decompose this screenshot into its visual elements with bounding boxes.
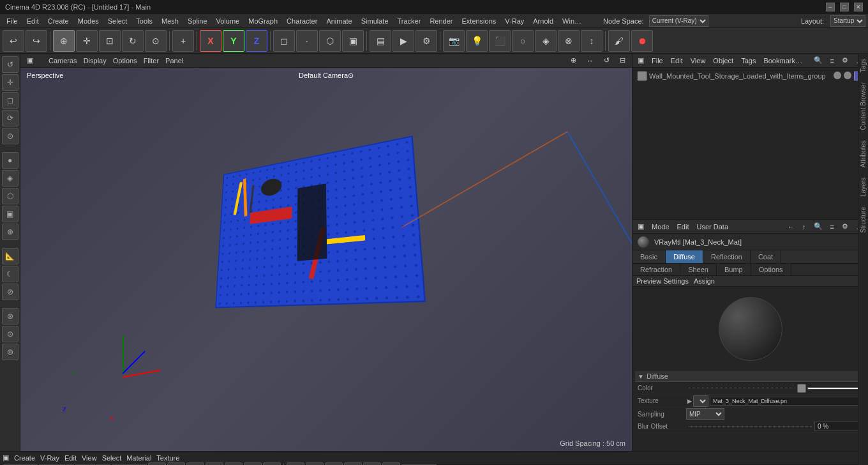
obj-menu-bookmark[interactable]: Bookmark… — [761, 56, 805, 65]
strip-tab-structure[interactable]: Structure — [858, 202, 868, 238]
texture-filename[interactable]: Mat_3_Neck_Mat_Diffuse.pn — [710, 397, 858, 406]
viewport-nav-1[interactable]: ⊕ — [568, 56, 579, 65]
subtab-refraction[interactable]: Refraction — [632, 264, 680, 275]
left-tool-14[interactable]: ⊛ — [2, 308, 19, 324]
nurbs-button[interactable]: ⊗ — [558, 30, 580, 52]
attr-settings-icon[interactable]: ⚙ — [839, 222, 851, 231]
node-space-select[interactable]: Current (V-Ray) — [649, 15, 708, 27]
left-tool-13[interactable]: ⊘ — [2, 284, 19, 300]
viewport-nav-2[interactable]: ↔ — [584, 56, 596, 65]
goto-end-button[interactable]: ⏭ — [263, 462, 281, 465]
menu-vray[interactable]: V-Ray — [501, 16, 528, 26]
menu-extensions[interactable]: Extensions — [458, 16, 500, 26]
attr-menu-mode[interactable]: Mode — [649, 222, 672, 231]
render-view-button[interactable]: ▶ — [393, 30, 414, 52]
axis-y-button[interactable]: Y — [223, 30, 244, 52]
attr-menu-edit[interactable]: Edit — [675, 222, 692, 231]
live-select-button[interactable]: ⊕ — [53, 30, 75, 52]
rotate-button[interactable]: ↻ — [122, 30, 144, 52]
color-value[interactable] — [807, 387, 858, 390]
menu-select[interactable]: Select — [104, 16, 131, 26]
obj-menu-view[interactable]: View — [688, 56, 708, 65]
left-tool-9[interactable]: ▣ — [2, 206, 19, 222]
tab-diffuse[interactable]: Diffuse — [666, 250, 703, 263]
preview-settings-btn[interactable]: Preview Settings — [636, 277, 689, 285]
texture-type-select[interactable]: ▼ — [693, 395, 708, 407]
menu-simulate[interactable]: Simulate — [357, 16, 393, 26]
left-tool-7[interactable]: ◈ — [2, 170, 19, 187]
strip-tab-tags[interactable]: Tags — [858, 54, 868, 77]
next-key-button[interactable]: ⏩ — [244, 462, 262, 465]
redo-button[interactable]: ↪ — [26, 30, 47, 52]
obj-settings-icon[interactable]: ⚙ — [839, 56, 851, 65]
axis-z-button[interactable]: Z — [246, 30, 267, 52]
menu-filter[interactable]: Filter — [141, 56, 161, 65]
loop-button[interactable]: ↺ — [363, 462, 381, 465]
left-tool-10[interactable]: ⊕ — [2, 224, 19, 240]
left-tool-1[interactable]: ↺ — [2, 56, 19, 73]
attr-nav-up[interactable]: ↑ — [800, 222, 809, 231]
mat-menu-edit[interactable]: Edit — [64, 454, 77, 462]
sampling-select[interactable]: MIP — [686, 408, 724, 420]
viewport-menu-icon[interactable]: ▣ — [24, 56, 36, 65]
render-settings-button[interactable]: ⚙ — [415, 30, 437, 52]
left-tool-8[interactable]: ⬡ — [2, 188, 19, 204]
goto-start-button[interactable]: ⏮ — [148, 462, 166, 465]
point-mode-button[interactable]: · — [296, 30, 318, 52]
mat-menu-texture[interactable]: Texture — [156, 454, 179, 462]
floor-button[interactable]: ⬛ — [489, 30, 511, 52]
autokey-button[interactable]: ⊙ — [306, 462, 324, 465]
attr-search-icon[interactable]: 🔍 — [811, 222, 825, 231]
menu-animate[interactable]: Animate — [322, 16, 355, 26]
obj-menu-tags[interactable]: Tags — [738, 56, 758, 65]
scale-button[interactable]: ⊡ — [99, 30, 121, 52]
menu-spline[interactable]: Spline — [184, 16, 211, 26]
render-region-button[interactable]: ▤ — [370, 30, 391, 52]
obj-render-dot[interactable] — [844, 72, 851, 79]
menu-character[interactable]: Character — [283, 16, 321, 26]
subtab-options[interactable]: Options — [751, 264, 791, 275]
obj-mode-button[interactable]: ◻ — [273, 30, 295, 52]
menu-modes[interactable]: Modes — [74, 16, 103, 26]
prev-key-button[interactable]: ⏪ — [167, 462, 185, 465]
paint-button[interactable]: 🖌 — [608, 30, 630, 52]
menu-mograph[interactable]: MoGraph — [244, 16, 281, 26]
menu-file[interactable]: File — [3, 16, 22, 26]
light-button[interactable]: 💡 — [466, 30, 488, 52]
strip-tab-content-browser[interactable]: Content Browser — [858, 77, 868, 135]
obj-menu-file[interactable]: File — [649, 56, 666, 65]
mat-menu-select[interactable]: Select — [102, 454, 122, 462]
mat-menu-icon[interactable]: ▣ — [3, 454, 9, 462]
maximize-button[interactable]: □ — [840, 3, 849, 11]
attr-menu-icon[interactable]: ▣ — [635, 222, 647, 231]
minimize-button[interactable]: – — [826, 3, 835, 11]
menu-edit[interactable]: Edit — [23, 16, 43, 26]
camera-button[interactable]: 📷 — [443, 30, 465, 52]
menu-volume[interactable]: Volume — [213, 16, 244, 26]
prev-frame-button[interactable]: ◀ — [186, 462, 204, 465]
tab-coat[interactable]: Coat — [751, 250, 781, 263]
layout-select[interactable]: Startup — [830, 15, 865, 27]
menu-tracker[interactable]: Tracker — [394, 16, 425, 26]
left-tool-2[interactable]: ✛ — [2, 74, 19, 91]
left-tool-5[interactable]: ⊙ — [2, 128, 19, 144]
obj-vis-dot[interactable] — [834, 72, 841, 79]
deformer-button[interactable]: ↕ — [581, 30, 602, 52]
play-button[interactable]: ▶ — [206, 462, 223, 465]
left-tool-6[interactable]: ● — [2, 152, 19, 169]
menu-panel[interactable]: Panel — [163, 56, 186, 65]
attr-nav-back[interactable]: ← — [785, 222, 797, 231]
left-tool-15[interactable]: ⊙ — [2, 326, 19, 342]
strip-tab-attributes[interactable]: Attributes — [858, 135, 868, 172]
viewport[interactable]: X Y Z Perspective Default Camera⊙ Grid S… — [20, 68, 632, 451]
object-item[interactable]: Wall_Mounted_Tool_Storage_Loaded_with_It… — [635, 70, 865, 82]
menu-arnold[interactable]: Arnold — [529, 16, 557, 26]
obj-search-icon[interactable]: 🔍 — [811, 56, 825, 65]
menu-win[interactable]: Win… — [558, 16, 585, 26]
left-tool-12[interactable]: ☾ — [2, 266, 19, 282]
add-button[interactable]: + — [172, 30, 194, 52]
motion-key-button[interactable]: ▣ — [325, 462, 343, 465]
undo-button[interactable]: ↩ — [3, 30, 24, 52]
color-input-indicator[interactable] — [797, 384, 806, 393]
record-button[interactable]: ⏺ — [631, 30, 653, 52]
